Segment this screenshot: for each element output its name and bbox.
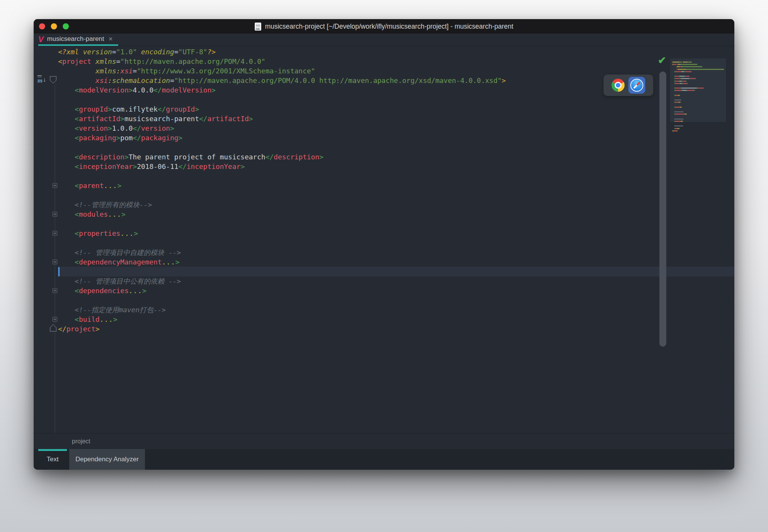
code-line[interactable]: <!--管理所有的模块-->: [58, 200, 734, 209]
maven-reimport-icon[interactable]: m ↓: [37, 75, 49, 86]
code-line[interactable]: <packaging>pom</packaging>: [58, 133, 734, 143]
chrome-browser-icon[interactable]: [612, 79, 625, 92]
fold-start-handle[interactable]: [50, 76, 57, 84]
code-line[interactable]: <!--指定使用maven打包-->: [58, 305, 734, 315]
code-line[interactable]: + <dependencies...>: [58, 286, 734, 295]
bottom-tab-bar: Text Dependency Analyzer: [34, 449, 734, 470]
code-line[interactable]: <?xml version="1.0" encoding="UTF-8"?>: [58, 47, 734, 57]
code-line[interactable]: <!-- 管理项目中自建的模块 -->: [58, 248, 734, 257]
tab-musicsearch-parent[interactable]: V musicsearch-parent ✕: [38, 34, 118, 46]
code-editor[interactable]: <?xml version="1.0" encoding="UTF-8"?><p…: [34, 46, 734, 433]
code-line[interactable]: <groupId>com.iflytek</groupId>: [58, 104, 734, 114]
window-title-area: XML musicsearch-project [~/Develop/work/…: [34, 19, 734, 34]
desktop-background: XML musicsearch-project [~/Develop/work/…: [0, 0, 768, 532]
code-line[interactable]: <version>1.0.0</version>: [58, 123, 734, 133]
code-line[interactable]: + <properties...>: [58, 229, 734, 238]
window-title: musicsearch-project [~/Develop/work/ifly…: [265, 23, 513, 31]
code-line[interactable]: <!-- 管理项目中公有的依赖 -->: [58, 276, 734, 286]
code-line[interactable]: [58, 219, 734, 229]
safari-browser-icon: [630, 79, 643, 92]
code-line[interactable]: [58, 143, 734, 152]
fold-end-handle[interactable]: [50, 324, 57, 332]
breadcrumb-bar: project: [34, 433, 734, 449]
code-minimap[interactable]: [670, 58, 726, 418]
code-line[interactable]: + <parent...>: [58, 181, 734, 190]
fold-guide-line: [55, 84, 55, 324]
editor-tab-bar: V musicsearch-parent ✕: [34, 34, 734, 46]
ide-window: XML musicsearch-project [~/Develop/work/…: [34, 19, 734, 470]
code-line[interactable]: <description>The parent project of music…: [58, 152, 734, 162]
code-line[interactable]: <project xmlns="http://maven.apache.org/…: [58, 57, 734, 66]
text-caret: [58, 267, 60, 276]
open-in-browser-popup: [604, 75, 653, 96]
code-line[interactable]: </project>: [58, 324, 734, 334]
breadcrumb-project[interactable]: project: [72, 438, 90, 445]
code-line[interactable]: [58, 95, 734, 104]
code-line[interactable]: <artifactId>musicsearch-parent</artifact…: [58, 114, 734, 123]
code-line[interactable]: [58, 190, 734, 200]
tab-dependency-analyzer[interactable]: Dependency Analyzer: [69, 449, 145, 470]
tab-close-icon[interactable]: ✕: [108, 36, 113, 42]
code-line[interactable]: <inceptionYear>2018-06-11</inceptionYear…: [58, 162, 734, 171]
code-line[interactable]: + <dependencyManagement...>: [58, 257, 734, 267]
code-line[interactable]: [58, 171, 734, 181]
tab-text[interactable]: Text: [38, 449, 67, 470]
code-line[interactable]: [58, 295, 734, 305]
vertical-scrollbar[interactable]: [659, 71, 666, 347]
title-bar[interactable]: XML musicsearch-project [~/Develop/work/…: [34, 19, 734, 34]
code-line[interactable]: + <modules...>: [58, 209, 734, 219]
code-line[interactable]: + <build...>: [58, 315, 734, 324]
xml-document-icon: XML: [255, 23, 261, 31]
safari-browser-highlight[interactable]: [628, 77, 645, 94]
inspections-ok-icon[interactable]: ✔: [658, 55, 666, 66]
fold-guide-line: [55, 332, 55, 433]
code-line[interactable]: [58, 267, 734, 276]
file-type-icon: V: [38, 35, 44, 43]
tab-label: musicsearch-parent: [47, 35, 104, 43]
code-line[interactable]: [58, 238, 734, 248]
